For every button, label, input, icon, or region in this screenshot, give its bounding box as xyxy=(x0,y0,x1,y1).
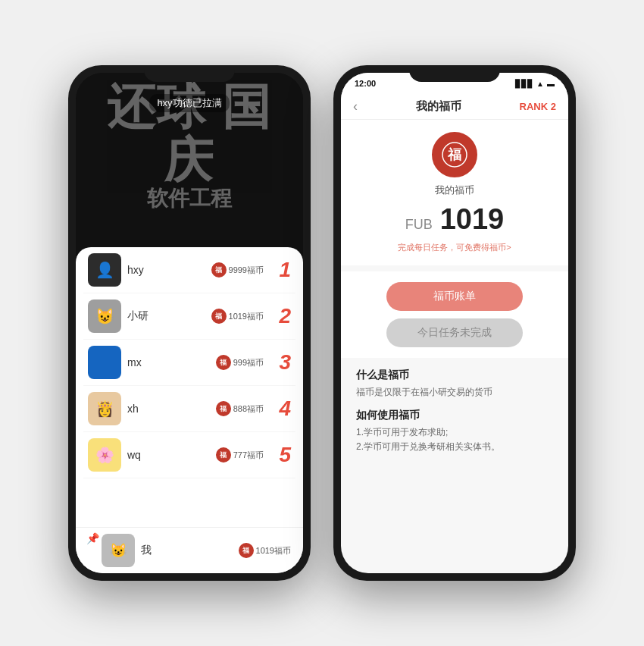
balance-section: 福 我的福币 FUB 1019 完成每日任务，可免费得福币> xyxy=(341,120,568,265)
wifi-icon: ▲ xyxy=(536,80,544,88)
self-coin-value: 1019福币 xyxy=(256,545,291,557)
avatar: 😺 xyxy=(88,299,121,333)
main-content: 福 我的福币 FUB 1019 完成每日任务，可免费得福币> 福币账单 今日任务… xyxy=(341,120,568,455)
rank-number: 3 xyxy=(270,350,291,375)
what-is-fucoin-title: 什么是福币 xyxy=(356,368,553,382)
rank-coin: 福 1019福币 xyxy=(211,309,264,324)
rank-name: 小研 xyxy=(127,309,205,323)
fu-badge-icon: 福 xyxy=(216,401,231,416)
table-row: 👤 hxy 福 9999福币 1 xyxy=(83,247,295,293)
pin-icon: 📌 xyxy=(86,532,99,544)
rank-name: xh xyxy=(127,403,210,415)
action-buttons: 福币账单 今日任务未完成 xyxy=(341,271,568,358)
left-header: hxy功德已拉满 xyxy=(76,94,303,112)
rank-name: mx xyxy=(127,356,210,368)
rank-coin: 福 9999福币 xyxy=(211,262,264,278)
rank-coin: 福 777福币 xyxy=(216,447,264,463)
table-row: 🌸 wq 福 777福币 5 xyxy=(83,432,295,478)
daily-task-hint[interactable]: 完成每日任务，可免费得福币> xyxy=(398,242,511,253)
avatar: 👤 xyxy=(88,253,121,287)
how-to-use-title: 如何使用福币 xyxy=(356,409,553,422)
status-time: 12:00 xyxy=(355,79,376,88)
signal-icon: ▊▊▊ xyxy=(515,80,533,88)
left-notch xyxy=(144,65,235,82)
avatar xyxy=(88,346,121,379)
back-button[interactable]: ‹ xyxy=(353,99,358,114)
bg-text-line3: 软件工程 xyxy=(76,187,303,211)
rank-badge: RANK 2 xyxy=(520,101,556,112)
page-title: 我的福币 xyxy=(416,99,461,114)
what-is-fucoin-desc: 福币是仅限于在福小研交易的货币 xyxy=(356,385,553,400)
left-phone: 还球 国 庆 软件工程 hxy功德已拉满 👤 hxy 福 9999福币 1 xyxy=(68,65,311,581)
left-header-title: hxy功德已拉满 xyxy=(149,94,229,112)
fu-badge-icon: 福 xyxy=(216,355,231,370)
nav-bar: ‹ 我的福币 RANK 2 xyxy=(341,94,568,120)
rank-coin: 福 999福币 xyxy=(216,355,264,370)
how-to-use-block: 如何使用福币 1.学币可用于发布求助;2.学币可用于兑换考研相关实体书。 xyxy=(356,409,553,454)
rank-name: hxy xyxy=(127,264,205,276)
rank-number: 2 xyxy=(270,304,291,328)
right-notch xyxy=(409,65,500,82)
daily-task-button[interactable]: 今日任务未完成 xyxy=(386,318,523,347)
avatar: 🌸 xyxy=(88,438,121,472)
fub-amount: 1019 xyxy=(440,203,505,236)
table-row: 👸 xh 福 888福币 4 xyxy=(83,386,295,432)
battery-icon: ▬ xyxy=(547,80,555,88)
fucoin-account-button[interactable]: 福币账单 xyxy=(386,282,523,311)
balance-row: FUB 1019 xyxy=(405,203,505,236)
table-row: 😺 小研 福 1019福币 2 xyxy=(83,293,295,340)
status-icons: ▊▊▊ ▲ ▬ xyxy=(515,80,555,88)
how-to-use-desc: 1.学币可用于发布求助;2.学币可用于兑换考研相关实体书。 xyxy=(356,425,553,454)
bg-text-line2: 庆 xyxy=(76,133,303,187)
self-coin: 福 1019福币 xyxy=(239,543,291,558)
my-fucoin-label: 我的福币 xyxy=(435,183,474,197)
rank-coin: 福 888福币 xyxy=(216,401,264,416)
self-avatar: 😺 xyxy=(102,534,135,567)
self-name: 我 xyxy=(141,544,233,557)
fu-logo: 福 xyxy=(432,132,477,177)
rank-number: 5 xyxy=(270,443,291,467)
rank-number: 4 xyxy=(270,397,291,421)
fu-badge-icon: 福 xyxy=(216,447,231,463)
fu-badge-icon: 福 xyxy=(211,262,227,278)
self-rank-bar: 📌 😺 我 福 1019福币 xyxy=(76,527,303,573)
fu-badge-icon: 福 xyxy=(211,309,227,324)
rank-name: wq xyxy=(127,449,210,461)
coin-value: 888福币 xyxy=(233,403,264,415)
info-section: 什么是福币 福币是仅限于在福小研交易的货币 如何使用福币 1.学币可用于发布求助… xyxy=(341,358,568,455)
avatar: 👸 xyxy=(88,392,121,425)
fu-badge-icon: 福 xyxy=(239,543,254,558)
right-phone: 12:00 ▊▊▊ ▲ ▬ ‹ 我的福币 RANK 2 福 xyxy=(333,65,576,581)
coin-value: 999福币 xyxy=(233,357,264,368)
table-row: mx 福 999福币 3 xyxy=(83,340,295,386)
coin-value: 777福币 xyxy=(233,450,264,461)
fub-label: FUB xyxy=(405,217,433,233)
coin-value: 9999福币 xyxy=(229,265,264,276)
coin-value: 1019福币 xyxy=(229,311,264,322)
svg-text:福: 福 xyxy=(447,147,461,162)
what-is-fucoin-block: 什么是福币 福币是仅限于在福小研交易的货币 xyxy=(356,368,553,400)
rank-list-container: 👤 hxy 福 9999福币 1 😺 小研 福 1019福币 2 xyxy=(76,247,303,573)
rank-number: 1 xyxy=(270,258,291,282)
